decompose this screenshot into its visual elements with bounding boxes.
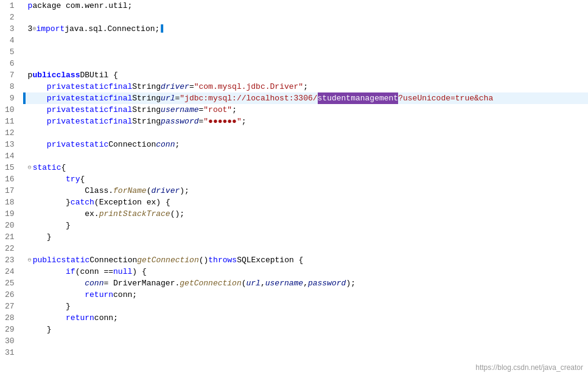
ln-31: 31	[5, 347, 18, 358]
code-line-12	[26, 127, 588, 139]
method-forname: forName	[113, 185, 147, 197]
code-line-29: }	[26, 324, 588, 335]
kw-static15: static	[33, 162, 61, 173]
kw-private: private	[47, 81, 80, 92]
indent20	[28, 220, 66, 231]
indent29	[28, 324, 47, 335]
ln-10: 10	[5, 104, 18, 116]
indent16	[28, 173, 66, 185]
var-driver: driver	[161, 81, 189, 92]
plain-1: ackage com.wenr.util;	[32, 0, 132, 12]
ln-16: 16	[5, 173, 18, 185]
code-line-30	[26, 335, 588, 347]
code-line-2	[26, 12, 588, 23]
kw-throws: throws	[208, 254, 237, 266]
code-line-13: private static Connection conn ;	[26, 139, 588, 150]
sp2: DBUtil {	[80, 69, 117, 81]
plain-3: java.sql.Connection;	[65, 23, 159, 35]
code-editor: 1 2 3 4 5 6 7 8 9 10 11 12 13 14 15 16 1…	[0, 0, 588, 373]
ln-7: 7	[5, 69, 18, 81]
ln-14: 14	[5, 150, 18, 162]
str-username: "root"	[203, 104, 232, 116]
kw-catch: catch	[71, 197, 94, 208]
indent19	[28, 208, 85, 220]
param-password: password	[308, 277, 346, 289]
ln-27: 27	[5, 301, 18, 312]
code-line-31	[26, 347, 588, 358]
code-line-26: return conn;	[26, 289, 588, 301]
indent18	[28, 197, 66, 208]
ln-17: 17	[5, 185, 18, 197]
arrow-23: ⊖	[28, 254, 32, 266]
param-url: url	[247, 277, 261, 289]
indent13	[28, 139, 47, 150]
str-url-post: ?useUnicode=true&cha	[398, 92, 493, 104]
kw-return28: return	[66, 312, 94, 324]
code-container: 1 2 3 4 5 6 7 8 9 10 11 12 13 14 15 16 1…	[0, 0, 588, 373]
code-line-27: }	[26, 301, 588, 312]
p-prefix: p	[28, 69, 33, 81]
param-username: username	[265, 277, 303, 289]
str-driver: "com.mysql.jdbc.Driver"	[194, 81, 303, 92]
kw-private10: private	[47, 104, 80, 116]
indent17	[28, 185, 85, 197]
indent8	[28, 81, 47, 92]
ln-30: 30	[5, 335, 18, 347]
ln-29: 29	[5, 324, 18, 335]
kw-static10: static	[80, 104, 108, 116]
kw-final10: final	[108, 104, 132, 116]
ln-12: 12	[5, 127, 18, 139]
method-pst: printStackTrace	[99, 208, 170, 220]
kw-final11: final	[108, 116, 132, 127]
ln-5: 5	[5, 46, 18, 58]
var-password: password	[161, 116, 198, 127]
ln-8: 8	[5, 81, 18, 92]
kw-private11: private	[47, 116, 80, 127]
code-line-8: private static final String driver = "co…	[26, 81, 588, 92]
indent9	[28, 92, 47, 104]
kw-if: if	[66, 266, 75, 277]
ln-3: 3	[5, 23, 18, 35]
class-name: Class.	[85, 185, 113, 197]
kw-public: ublic	[32, 69, 56, 81]
code-line-10: private static final String username = "…	[26, 104, 588, 116]
str-url-pre: "jdbc:mysql://localhost:3306/	[180, 92, 317, 104]
code-line-19: ex.printStackTrace ();	[26, 208, 588, 220]
ln-23: 23	[5, 254, 18, 266]
var-username: username	[161, 104, 198, 116]
kw-return26: return	[85, 289, 113, 301]
ln-28: 28	[5, 312, 18, 324]
kw-public23: public	[33, 254, 61, 266]
code-line-9: private static final String url = "jdbc:…	[26, 92, 588, 104]
ln-22: 22	[5, 243, 18, 254]
code-line-24: if (conn == null ) {	[26, 266, 588, 277]
var-conn: conn	[156, 139, 175, 150]
indent25	[28, 277, 85, 289]
code-line-28: return conn;	[26, 312, 588, 324]
indent24	[28, 266, 66, 277]
code-line-4	[26, 35, 588, 46]
code-line-22	[26, 243, 588, 254]
code-line-3: 3⊕ import java.sql.Connection;▌	[26, 23, 588, 35]
ln-1: 1	[5, 0, 18, 12]
kw-private13: private	[47, 139, 80, 150]
code-line-23: ⊖ public static Connection getConnection…	[26, 254, 588, 266]
kw-static: static	[80, 81, 108, 92]
kw-try: try	[66, 173, 80, 185]
code-line-18: } catch (Exception ex) {	[26, 197, 588, 208]
method-getconn2: getConnection	[180, 277, 241, 289]
ln-6: 6	[5, 58, 18, 69]
code-line-1: package com.wenr.util;	[26, 0, 588, 12]
code-line-7: public class DBUtil {	[26, 69, 588, 81]
code-line-6	[26, 58, 588, 69]
indent28	[28, 312, 66, 324]
kw-import: import	[36, 23, 65, 35]
ln-21: 21	[5, 231, 18, 243]
ln-24: 24	[5, 266, 18, 277]
kw-final9: final	[108, 92, 132, 104]
var-conn25: conn	[85, 277, 103, 289]
code-content[interactable]: package com.wenr.util; 3⊕ import java.sq…	[23, 0, 588, 373]
code-line-17: Class.forName ( driver );	[26, 185, 588, 197]
code-line-11: private static final String password = "…	[26, 116, 588, 127]
bottom-bar-text: https://blog.csdn.net/java_creator	[475, 363, 583, 372]
